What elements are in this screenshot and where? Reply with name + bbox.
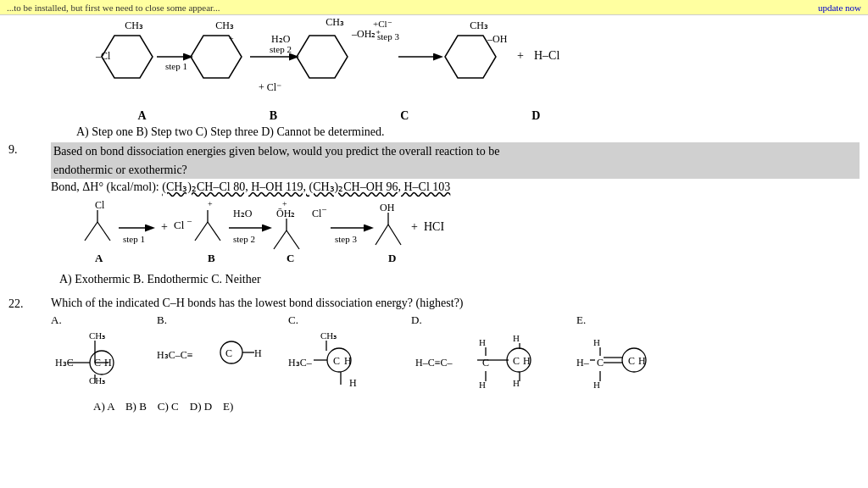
svg-line-42 — [274, 230, 287, 249]
q8-label-b: B — [270, 109, 277, 123]
svg-line-51 — [388, 225, 401, 245]
svg-text:CH₃: CH₃ — [125, 19, 143, 31]
q8-label-d: D — [531, 109, 540, 123]
q9-reaction-svg: Cl step 1 + Cl – + — [59, 198, 822, 266]
svg-text:H₂O: H₂O — [233, 208, 253, 219]
svg-line-50 — [376, 225, 388, 245]
svg-text:CH₃: CH₃ — [215, 19, 234, 31]
svg-text:+: + — [208, 199, 213, 208]
q8-answers: A) Step one B) Step two C) Step three D)… — [76, 125, 860, 139]
svg-text:H: H — [479, 337, 486, 347]
svg-text:H: H — [104, 357, 112, 369]
svg-text:H₃C–C≡: H₃C–C≡ — [157, 349, 193, 361]
svg-text:+ Cl⁻: + Cl⁻ — [259, 81, 281, 93]
svg-text:D: D — [388, 252, 396, 264]
q9-bond-row: Bond, ΔH° (kcal/mol): (CH₃)₂CH–Cl 80, H–… — [51, 180, 860, 194]
svg-text:H: H — [513, 333, 520, 343]
svg-text:–: – — [186, 216, 192, 225]
svg-text:step 3: step 3 — [335, 234, 357, 244]
q22-label-c: C. — [288, 313, 298, 327]
q22-svg-c: CH₃ H₃C– C H H — [288, 329, 386, 396]
svg-text:CH₃: CH₃ — [320, 330, 337, 341]
svg-line-25 — [85, 222, 97, 241]
q22-svg-b: H₃C–C≡ C H — [157, 329, 267, 375]
svg-text:B: B — [208, 252, 215, 264]
svg-text:C: C — [225, 347, 232, 359]
svg-text:CH₃: CH₃ — [470, 19, 488, 31]
q22-label-a: A. — [51, 313, 62, 327]
svg-text:–Cl: –Cl — [95, 50, 111, 62]
svg-text:H: H — [513, 378, 520, 388]
question-22-block: 22. Which of the indicated C–H bonds has… — [8, 297, 860, 413]
svg-text:H–C≡C–: H–C≡C– — [415, 357, 453, 369]
svg-text:C: C — [513, 355, 520, 367]
svg-text:step 2: step 2 — [270, 44, 292, 54]
q8-label-a: A — [138, 109, 147, 123]
svg-text:–OH: –OH — [487, 33, 508, 45]
svg-text:H: H — [344, 355, 352, 367]
svg-text:H: H — [638, 355, 646, 367]
q22-answer-row: A) A B) B C) C D) D E) — [93, 400, 860, 413]
svg-text:H₃C–: H₃C– — [288, 357, 313, 369]
svg-text:+Cl⁻: +Cl⁻ — [373, 19, 392, 29]
svg-line-43 — [287, 230, 299, 249]
svg-text:C: C — [333, 355, 340, 367]
svg-text:H: H — [523, 355, 531, 367]
page-container: ...to be installed, but first we need to… — [0, 0, 868, 425]
svg-text:+: + — [517, 49, 524, 62]
q22-struct-c: C. CH₃ H₃C– C H H — [288, 313, 386, 396]
svg-text:Cl: Cl — [174, 219, 185, 231]
q22-struct-a: A. CH₃ C H H₃C — [51, 313, 148, 392]
q9-number: 9. — [8, 142, 51, 288]
update-link[interactable]: update now — [818, 3, 861, 13]
svg-text:H: H — [349, 377, 357, 389]
svg-text:CH₃: CH₃ — [89, 330, 105, 341]
svg-text:HCI: HCI — [424, 220, 444, 233]
top-bar: ...to be installed, but first we need to… — [0, 0, 868, 15]
svg-text:Cl: Cl — [95, 199, 105, 211]
svg-text:step 1: step 1 — [165, 61, 187, 71]
svg-text:C: C — [628, 355, 635, 367]
q22-label-d: D. — [411, 313, 422, 327]
svg-text:+: + — [161, 220, 168, 233]
svg-text:C: C — [482, 357, 489, 369]
q9-bond-underline: (CH₃)₂CH–Cl 80, H–OH 119, (CH₃)₂CH–OH 96… — [162, 180, 450, 193]
q22-svg-e: H– H H C — [576, 329, 708, 396]
q9-text-highlight: Based on bond dissociation energies give… — [51, 142, 860, 161]
svg-text:Cl: Cl — [312, 208, 322, 219]
q22-label-e: E. — [576, 313, 586, 327]
q9-text-highlight2: endothermic or exothermic? — [51, 161, 860, 180]
svg-text:H–Cl: H–Cl — [534, 49, 559, 62]
q22-structures-row: A. CH₃ C H H₃C — [51, 313, 860, 396]
q22-struct-e: E. H– H H C — [576, 313, 708, 396]
svg-text:step 3: step 3 — [377, 31, 399, 42]
q9-answers: A) Exothermic B. Endothermic C. Neither — [59, 271, 860, 288]
svg-text:OH: OH — [380, 202, 395, 214]
svg-text:A: A — [95, 252, 103, 264]
svg-marker-7 — [191, 36, 242, 78]
q9-content: Based on bond dissociation energies give… — [51, 142, 860, 288]
svg-text:H₃C: H₃C — [55, 357, 74, 369]
q22-struct-b: B. H₃C–C≡ C H — [157, 313, 267, 375]
svg-text:C: C — [94, 357, 101, 369]
svg-line-35 — [208, 222, 220, 241]
svg-text:H: H — [254, 347, 262, 359]
svg-text:CH₃: CH₃ — [326, 19, 344, 28]
svg-text:H: H — [479, 380, 486, 390]
question-9-block: 9. Based on bond dissociation energies g… — [8, 142, 860, 288]
q8-reaction-diagram: CH₃ –Cl step 1 CH₃ + H₂O step 2 + C — [8, 19, 653, 108]
svg-text:H–: H– — [576, 357, 590, 369]
svg-text:step 1: step 1 — [123, 234, 145, 244]
q22-content: Which of the indicated C–H bonds has the… — [51, 297, 860, 413]
top-bar-text: ...to be installed, but first we need to… — [7, 3, 220, 13]
q22-number: 22. — [8, 297, 51, 413]
q22-struct-d: D. H–C≡C– H H C — [411, 313, 564, 396]
svg-text:CH₃: CH₃ — [89, 375, 105, 385]
svg-line-26 — [97, 222, 110, 241]
svg-marker-16 — [297, 36, 348, 78]
svg-text:step 2: step 2 — [233, 234, 255, 244]
svg-text:–: – — [321, 204, 327, 214]
q22-svg-d: H–C≡C– H H C C H — [411, 329, 564, 396]
svg-text:ŌH₂: ŌH₂ — [276, 208, 295, 219]
svg-line-34 — [195, 222, 208, 241]
